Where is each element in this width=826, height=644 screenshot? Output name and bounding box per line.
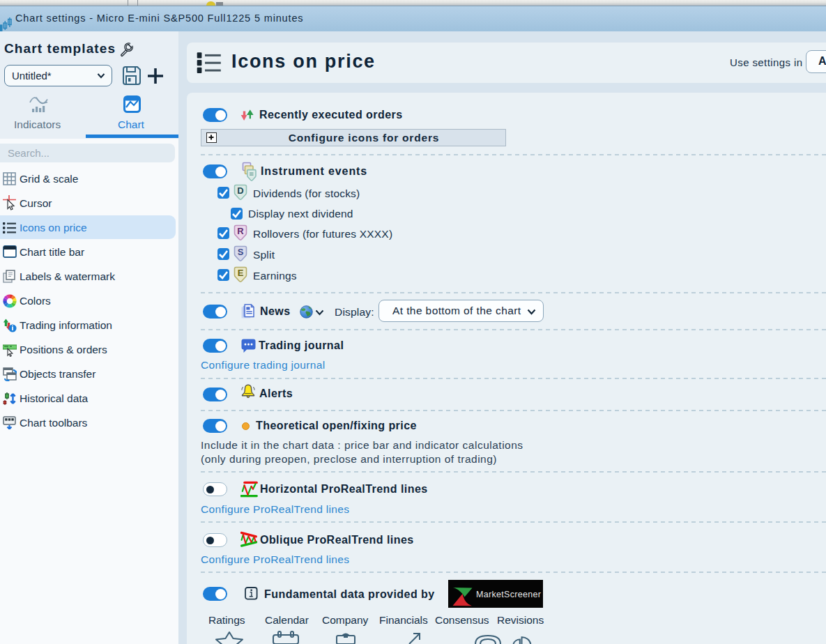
svg-text:S: S <box>238 247 244 257</box>
svg-text:R: R <box>237 226 244 236</box>
svg-text:MarketScreener: MarketScreener <box>476 590 541 599</box>
svg-text:D: D <box>237 185 243 196</box>
svg-text:E: E <box>238 268 244 278</box>
